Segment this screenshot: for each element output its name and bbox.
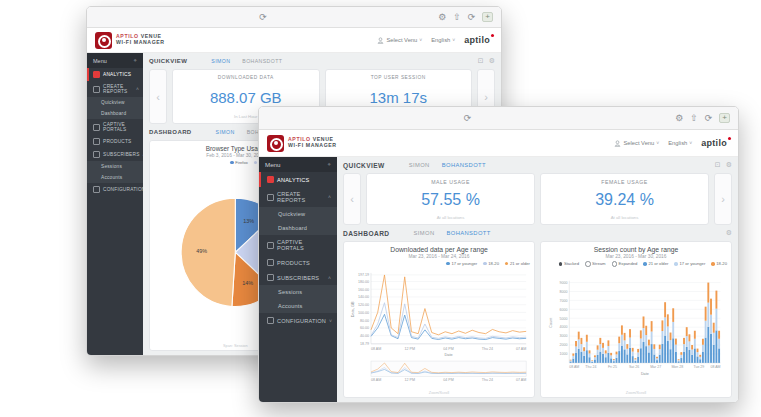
sidebar-menu-header[interactable]: Menu ⌖ <box>259 157 337 172</box>
downloaded-data-line-chart[interactable]: 197.19180.00160.00140.00120.00100.0080.0… <box>348 267 530 390</box>
sidebar-item-label: CONFIGURATION <box>277 318 326 324</box>
sidebar-item-label: Dashboard <box>278 225 307 231</box>
gear-icon[interactable]: ⚙ <box>675 114 683 123</box>
share-icon[interactable]: ⇧ <box>453 13 461 22</box>
stat-title: FEMALE USAGE <box>545 179 704 185</box>
refresh-icon[interactable]: ⟳ <box>705 114 713 123</box>
sidebar-item-configuration[interactable]: CONFIGURATION˅ <box>259 313 337 328</box>
carousel-prev-button[interactable]: ‹ <box>149 69 167 124</box>
sidebar-item-captive-portals[interactable]: CAPTIVE PORTALS <box>259 235 337 255</box>
svg-text:5000: 5000 <box>560 316 568 320</box>
legend-dot-icon <box>674 262 678 266</box>
svg-text:08 AM: 08 AM <box>569 365 579 369</box>
sidebar-item-subscribers[interactable]: SUBSCRIBERS˄ <box>259 270 337 285</box>
reload-icon[interactable]: ⟳ <box>464 114 472 123</box>
sidebar-item-sessions[interactable]: Sessions <box>259 285 337 299</box>
sidebar-item-label: ANALYTICS <box>103 72 131 77</box>
pin-icon[interactable]: ⌖ <box>328 161 331 168</box>
sidebar-item-subscribers[interactable]: SUBSCRIBERS˄ <box>87 148 143 161</box>
users-icon <box>267 274 274 281</box>
sidebar-item-accounts[interactable]: Accounts <box>87 172 143 183</box>
carousel-prev-button[interactable]: ‹ <box>343 173 361 225</box>
legend-item[interactable]: Firefox <box>230 160 248 165</box>
session-count-bar-chart[interactable]: 90008000700060005000400030002000100008 A… <box>545 268 727 391</box>
tab-bohansdott[interactable]: BOHANSDOTT <box>442 162 486 168</box>
venue-select-menu[interactable]: Select Venu ˅ <box>377 37 422 44</box>
carousel-next-button[interactable]: › <box>714 173 732 225</box>
sidebar-item-dashboard[interactable]: Dashboard <box>87 108 143 119</box>
new-tab-icon[interactable]: + <box>719 113 730 123</box>
svg-text:08 AM: 08 AM <box>371 378 381 382</box>
gear-icon[interactable]: ⚙ <box>726 229 732 237</box>
legend-dot-icon <box>559 262 563 266</box>
sidebar-item-quickview[interactable]: Quickview <box>87 97 143 108</box>
sidebar-item-label: SUBSCRIBERS <box>277 275 319 281</box>
legend-dot-icon <box>230 161 234 165</box>
svg-text:Data, GB: Data, GB <box>351 301 355 317</box>
gear-icon[interactable]: ⚙ <box>438 13 446 22</box>
svg-text:08 AM: 08 AM <box>710 365 720 369</box>
svg-text:9000: 9000 <box>560 280 568 284</box>
legend-item[interactable]: Stream <box>585 261 606 267</box>
svg-text:14%: 14% <box>242 280 253 286</box>
aptilo-logo-icon[interactable] <box>95 32 112 49</box>
legend-dot-icon <box>711 262 715 266</box>
new-tab-icon[interactable]: + <box>482 12 493 22</box>
sidebar-item-products[interactable]: PRODUCTS <box>87 135 143 148</box>
legend-item[interactable]: 21 or older <box>643 261 668 267</box>
legend-item[interactable]: Stacked <box>559 261 579 267</box>
sidebar-item-analytics[interactable]: ANALYTICS <box>259 172 337 187</box>
chevron-up-icon: ˄ <box>136 86 139 92</box>
chart-navigator[interactable] <box>371 361 526 376</box>
sidebar-item-products[interactable]: PRODUCTS <box>259 255 337 270</box>
legend-item[interactable]: 17 or younger <box>446 261 477 266</box>
sidebar-item-label: Quickview <box>101 100 125 105</box>
chart-date-range: Mar 23, 2016 - Mar 24, 2016 <box>409 254 470 259</box>
tab-bohansdott[interactable]: BOHANSDOTT <box>242 58 282 64</box>
wifi-icon <box>267 242 274 249</box>
sidebar-item-configuration[interactable]: CONFIGURATION˅ <box>87 183 143 196</box>
gear-icon[interactable]: ⚙ <box>489 57 495 65</box>
legend-dot-icon <box>643 262 647 266</box>
aptilo-logo-icon[interactable] <box>267 135 284 152</box>
svg-text:Tue 29: Tue 29 <box>693 365 704 369</box>
svg-text:Count: Count <box>549 317 553 327</box>
presentation-icon[interactable]: ⊡ <box>478 57 484 65</box>
tab-simon[interactable]: SIMON <box>409 162 430 168</box>
legend-item[interactable]: 21 or older <box>505 261 530 266</box>
sidebar-item-analytics[interactable]: ANALYTICS <box>87 68 143 81</box>
chart-footer: Zoom/Scroll <box>626 391 646 395</box>
venue-select-menu[interactable]: Select Venu ˅ <box>614 140 659 147</box>
legend-item[interactable]: 17 or younger <box>674 261 705 267</box>
reload-icon[interactable]: ⟳ <box>259 13 267 22</box>
legend-item[interactable]: Expanded <box>612 261 638 267</box>
sidebar-item-dashboard[interactable]: Dashboard <box>259 221 337 235</box>
tab-simon[interactable]: SIMON <box>216 129 235 135</box>
pin-icon[interactable]: ⌖ <box>134 57 137 64</box>
svg-text:4000: 4000 <box>560 325 568 329</box>
tab-simon[interactable]: SIMON <box>413 230 434 236</box>
tab-bohansdott[interactable]: BOHANSDOTT <box>446 230 490 236</box>
sidebar-item-create-reports[interactable]: CREATE REPORTS˄ <box>87 81 143 97</box>
svg-text:6000: 6000 <box>560 307 568 311</box>
language-menu[interactable]: English ˅ <box>431 37 455 43</box>
presentation-icon[interactable]: ⊡ <box>715 161 721 169</box>
sidebar-menu-header[interactable]: Menu ⌖ <box>87 53 143 68</box>
language-menu[interactable]: English ˅ <box>668 140 692 146</box>
legend-item[interactable]: 18-20 <box>483 261 499 266</box>
refresh-icon[interactable]: ⟳ <box>468 13 476 22</box>
gear-icon[interactable]: ⚙ <box>726 161 732 169</box>
legend-dot-icon <box>505 262 509 266</box>
sidebar-item-sessions[interactable]: Sessions <box>87 161 143 172</box>
svg-text:160.00: 160.00 <box>358 288 369 292</box>
sidebar-item-create-reports[interactable]: CREATE REPORTS˄ <box>259 187 337 207</box>
sidebar-item-captive-portals[interactable]: CAPTIVE PORTALS <box>87 119 143 135</box>
tab-simon[interactable]: SIMON <box>211 58 230 64</box>
share-icon[interactable]: ⇧ <box>690 114 698 123</box>
sidebar-item-accounts[interactable]: Accounts <box>259 299 337 313</box>
chart-icon <box>267 176 274 183</box>
sidebar-item-quickview[interactable]: Quickview <box>259 207 337 221</box>
sidebar-item-label: Sessions <box>278 289 302 295</box>
quickview-header: QUICKVIEW SIMON BOHANSDOTT ⊡ ⚙ <box>149 57 495 65</box>
legend-item[interactable]: 18-20 <box>711 261 727 267</box>
